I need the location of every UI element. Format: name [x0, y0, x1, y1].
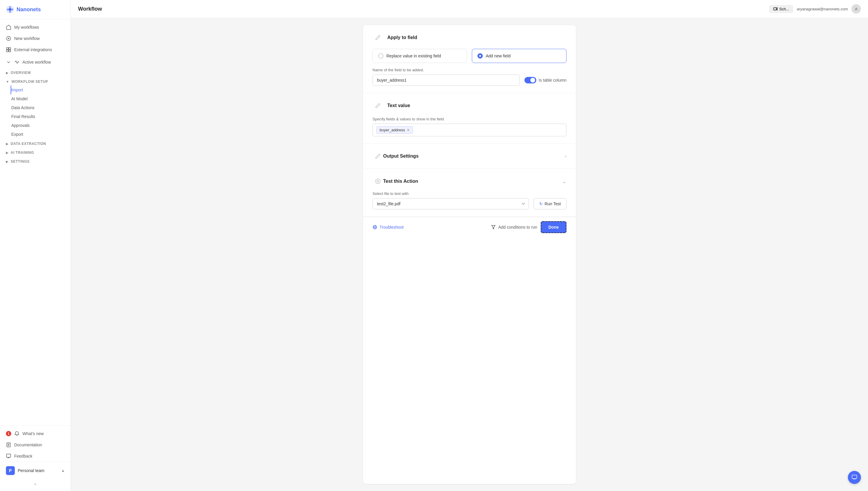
- svg-point-19: [375, 179, 380, 184]
- overview-section-header[interactable]: ▶ OVERVIEW: [0, 69, 71, 77]
- chat-bubble-button[interactable]: [848, 471, 861, 484]
- tag-input[interactable]: buyer_address ✕: [373, 124, 566, 136]
- notification-badge: 1: [6, 431, 11, 436]
- book-icon: [6, 442, 11, 447]
- bell-icon: [14, 431, 20, 436]
- output-settings-header[interactable]: Output Settings ›: [373, 151, 566, 162]
- header-right: Sch... aryanagrawal@nanonets.com A: [769, 4, 861, 13]
- refresh-icon: ↻: [539, 201, 543, 206]
- personal-team[interactable]: P Personal team ▲: [0, 462, 71, 479]
- sidebar-item-export[interactable]: Export: [11, 130, 71, 139]
- field-name-input[interactable]: [373, 75, 520, 86]
- schedule-button[interactable]: Sch...: [769, 5, 793, 13]
- sidebar-item-data-actions[interactable]: Data Actions: [11, 103, 71, 112]
- sidebar-bottom: 1 What's new Documentation Feedback P Pe…: [0, 425, 71, 491]
- content-area: Apply to field Replace value in existing…: [71, 18, 868, 491]
- ai-training-section: ▶ AI TRAINING: [0, 149, 71, 156]
- sidebar-item-import[interactable]: Import: [11, 85, 71, 94]
- sidebar-collapse-btn[interactable]: «: [0, 479, 71, 489]
- svg-point-4: [9, 6, 11, 8]
- sidebar-item-my-workflows[interactable]: My workflows: [0, 22, 71, 33]
- output-settings-icon: [373, 151, 383, 162]
- text-value-header: Text value: [373, 100, 566, 111]
- video-icon: [773, 7, 778, 11]
- page-title: Workflow: [78, 6, 102, 12]
- table-column-toggle-label: Is table column: [524, 77, 566, 83]
- active-workflow-section: Active workflow ▶ OVERVIEW ▼ WORKFLOW SE…: [0, 55, 71, 168]
- message-square-icon: [6, 454, 11, 459]
- svg-rect-11: [6, 50, 8, 52]
- field-name-label: Name of the field to be added.: [373, 68, 566, 72]
- test-file-select-wrap: Select file to test with test2_file.pdf: [373, 191, 529, 209]
- workflow-setup-header[interactable]: ▼ WORKFLOW SETUP: [0, 78, 71, 85]
- sidebar-item-external-integrations[interactable]: External integrations: [0, 44, 71, 55]
- test-action-section: Test this Action ⌄ Select file to test w…: [363, 169, 576, 217]
- replace-value-radio[interactable]: [378, 53, 383, 59]
- svg-marker-25: [492, 225, 495, 229]
- home-icon: [6, 25, 11, 30]
- chevron-down-small-icon: [6, 59, 11, 65]
- add-conditions-button[interactable]: Add conditions to run: [491, 225, 537, 230]
- run-test-button[interactable]: ↻ Run Test: [534, 198, 566, 209]
- svg-point-2: [7, 8, 8, 10]
- svg-point-20: [377, 180, 379, 182]
- settings-header[interactable]: ▶ SETTINGS: [0, 157, 71, 165]
- filter-icon: [491, 225, 496, 230]
- text-value-title: Text value: [387, 103, 410, 108]
- toggle-thumb: [530, 78, 535, 83]
- sidebar-item-documentation[interactable]: Documentation: [0, 439, 71, 451]
- test-action-header[interactable]: Test this Action ⌄: [373, 176, 566, 186]
- workflow-setup-section: ▼ WORKFLOW SETUP Import AI Model Data Ac…: [0, 78, 71, 139]
- sidebar-logo: Nanonets: [0, 0, 71, 19]
- add-new-field-option[interactable]: Add new field: [472, 49, 566, 63]
- svg-rect-12: [9, 50, 11, 52]
- text-pencil-icon: [373, 100, 383, 111]
- data-extraction-arrow-icon: ▶: [6, 142, 8, 146]
- tag-close-icon[interactable]: ✕: [407, 128, 410, 132]
- main-content: Workflow Sch... aryanagrawal@nanonets.co…: [71, 0, 868, 491]
- overview-section: ▶ OVERVIEW: [0, 69, 71, 77]
- sidebar-item-active-workflow[interactable]: Active workflow: [0, 57, 71, 68]
- test-action-chevron-icon: ⌄: [562, 178, 566, 184]
- test-file-select[interactable]: test2_file.pdf: [373, 198, 529, 209]
- sidebar-item-new-workflow[interactable]: New workflow: [0, 33, 71, 44]
- add-new-field-radio[interactable]: [477, 53, 483, 59]
- replace-value-option[interactable]: Replace value in existing field: [373, 49, 467, 63]
- test-row: Select file to test with test2_file.pdf …: [373, 191, 566, 209]
- data-extraction-header[interactable]: ▶ DATA EXTRACTION: [0, 140, 71, 148]
- table-column-toggle[interactable]: [524, 77, 536, 83]
- app-name: Nanonets: [17, 6, 41, 13]
- tag-label: buyer_address: [380, 128, 405, 132]
- output-settings-title: Output Settings: [383, 153, 418, 159]
- svg-point-3: [11, 8, 13, 10]
- svg-rect-10: [9, 48, 11, 49]
- grid-icon: [6, 47, 11, 52]
- workflow-setup-subnav: Import AI Model Data Actions Final Resul…: [0, 85, 71, 139]
- sidebar-item-whats-new[interactable]: 1 What's new: [0, 428, 71, 439]
- sidebar: Nanonets My workflows New workflow Exter…: [0, 0, 71, 491]
- data-extraction-section: ▶ DATA EXTRACTION: [0, 140, 71, 148]
- header: Workflow Sch... aryanagrawal@nanonets.co…: [71, 0, 868, 18]
- apply-to-field-header: Apply to field: [373, 32, 566, 43]
- test-file-label: Select file to test with: [373, 191, 529, 196]
- sidebar-item-feedback[interactable]: Feedback: [0, 451, 71, 462]
- sidebar-item-ai-model[interactable]: AI Model: [11, 94, 71, 103]
- replace-value-label: Replace value in existing field: [386, 54, 441, 58]
- text-value-section: Text value Specify fields & values to sh…: [363, 93, 576, 144]
- sidebar-nav: My workflows New workflow External integ…: [0, 19, 71, 425]
- output-settings-chevron-icon: ›: [565, 153, 566, 159]
- troubleshoot-button[interactable]: Troubleshoot: [373, 225, 404, 230]
- apply-field-radio-group: Replace value in existing field Add new …: [373, 49, 566, 63]
- apply-to-field-section: Apply to field Replace value in existing…: [363, 25, 576, 93]
- test-action-icon: [373, 176, 383, 186]
- settings-arrow-icon: ▶: [6, 160, 8, 164]
- sidebar-item-final-results[interactable]: Final Results: [11, 112, 71, 121]
- ai-training-header[interactable]: ▶ AI TRAINING: [0, 149, 71, 156]
- activity-icon: [14, 59, 20, 65]
- sidebar-item-approvals[interactable]: Approvals: [11, 121, 71, 130]
- done-button[interactable]: Done: [541, 221, 566, 233]
- pencil-icon: [373, 32, 383, 43]
- bottom-bar: Troubleshoot Add conditions to run Done: [363, 217, 576, 237]
- svg-rect-17: [6, 454, 11, 457]
- chat-icon: [851, 474, 857, 480]
